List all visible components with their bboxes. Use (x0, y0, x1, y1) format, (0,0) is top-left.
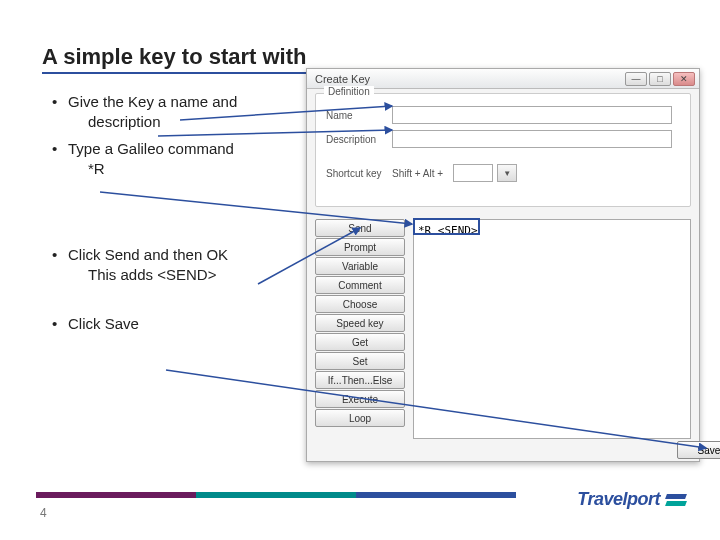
shortcut-label: Shortcut key (326, 168, 392, 179)
brand-name: Travelport (577, 489, 660, 510)
page-number: 4 (40, 506, 47, 520)
minimize-button[interactable]: — (625, 72, 647, 86)
bullet-item: Click Save (48, 314, 298, 334)
command-text: *R <SEND> (418, 224, 478, 237)
bullet-item: Click Send and then OK This adds <SEND> (48, 245, 298, 286)
bullet-text: Type a Galileo command (68, 140, 234, 157)
loop-button[interactable]: Loop (315, 409, 405, 427)
close-button[interactable]: ✕ (673, 72, 695, 86)
bullet-text: Click Save (68, 315, 139, 332)
shortcut-field[interactable] (453, 164, 493, 182)
choose-button[interactable]: Choose (315, 295, 405, 313)
script-textarea[interactable]: *R <SEND> (413, 219, 691, 439)
bullet-item: Give the Key a name and description (48, 92, 298, 133)
action-button-column: Send Prompt Variable Comment Choose Spee… (315, 219, 405, 428)
bullet-text: Give the Key a name and (68, 93, 237, 110)
description-label: Description (326, 134, 392, 145)
save-button[interactable]: Save (677, 441, 720, 459)
maximize-button[interactable]: □ (649, 72, 671, 86)
bullet-list: Give the Key a name and description Type… (48, 92, 298, 340)
bullet-sub: This adds <SEND> (68, 265, 298, 285)
bullet-item: Type a Galileo command *R (48, 139, 298, 180)
chevron-down-icon[interactable]: ▼ (497, 164, 517, 182)
definition-group: Definition Name Description Shortcut key… (315, 93, 691, 207)
send-button[interactable]: Send (315, 219, 405, 237)
footer-color-bar (36, 492, 516, 498)
execute-button[interactable]: Execute (315, 390, 405, 408)
brand-mark-icon (666, 494, 686, 506)
set-button[interactable]: Set (315, 352, 405, 370)
bullet-sub: description (68, 112, 298, 132)
prompt-button[interactable]: Prompt (315, 238, 405, 256)
bullet-text: Click Send and then OK (68, 246, 228, 263)
brand-logo: Travelport (577, 489, 686, 510)
get-button[interactable]: Get (315, 333, 405, 351)
description-field[interactable] (392, 130, 672, 148)
slide-title: A simple key to start with (42, 44, 342, 74)
window-title: Create Key (315, 73, 370, 85)
if-then-else-button[interactable]: If...Then...Else (315, 371, 405, 389)
create-key-window: Create Key — □ ✕ Definition Name Descrip… (306, 68, 700, 462)
name-label: Name (326, 110, 392, 121)
name-field[interactable] (392, 106, 672, 124)
variable-button[interactable]: Variable (315, 257, 405, 275)
group-label: Definition (324, 86, 374, 97)
comment-button[interactable]: Comment (315, 276, 405, 294)
bullet-sub: *R (68, 159, 298, 179)
shortcut-prefix: Shift + Alt + (392, 168, 443, 179)
speed-key-button[interactable]: Speed key (315, 314, 405, 332)
